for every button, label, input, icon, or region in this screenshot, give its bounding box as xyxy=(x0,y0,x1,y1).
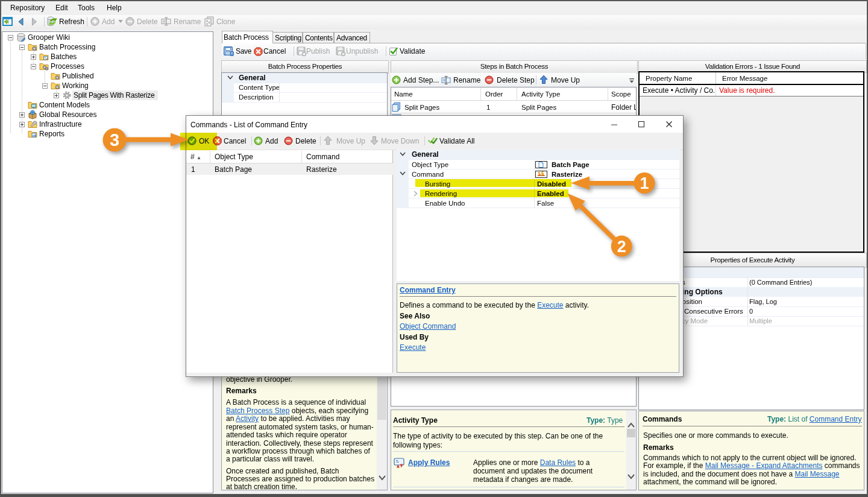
svg-text:1: 1 xyxy=(640,174,649,192)
svg-text:3: 3 xyxy=(110,130,119,150)
svg-text:2: 2 xyxy=(617,238,626,256)
